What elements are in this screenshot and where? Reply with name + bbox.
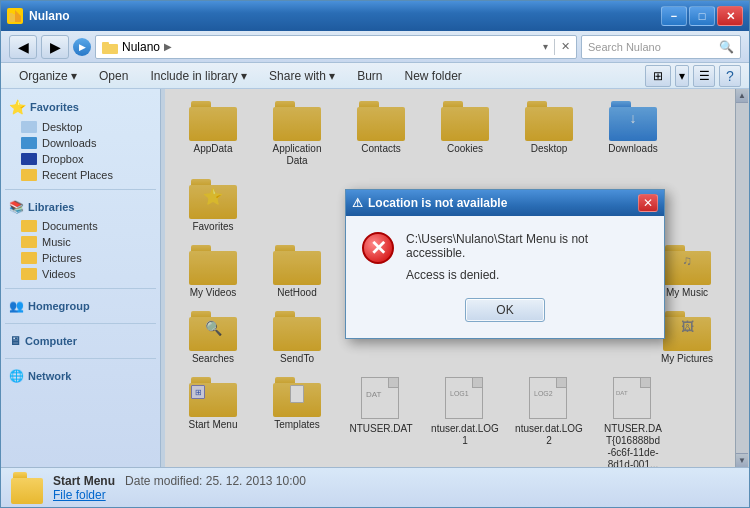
address-dropdown-icon[interactable]: ▾	[543, 41, 548, 52]
sidebar-item-documents[interactable]: Documents	[1, 218, 160, 234]
sidebar-homegroup-label: Homegroup	[28, 300, 90, 312]
sidebar-music-label: Music	[42, 236, 71, 248]
svg-marker-2	[15, 10, 21, 22]
menu-open[interactable]: Open	[89, 67, 138, 85]
dialog-title-area: ⚠ Location is not available	[352, 196, 507, 210]
recent-places-icon	[21, 169, 37, 181]
sidebar-item-recent-places[interactable]: Recent Places	[1, 167, 160, 183]
documents-icon	[21, 220, 37, 232]
sidebar-network-label: Network	[28, 370, 71, 382]
folder-icon	[102, 40, 118, 54]
pictures-icon	[21, 252, 37, 264]
help-button[interactable]: ?	[719, 65, 741, 87]
title-bar: Nulano − □ ✕	[1, 1, 749, 31]
sidebar-desktop-label: Desktop	[42, 121, 82, 133]
music-icon	[21, 236, 37, 248]
forward-button[interactable]: ▶	[41, 35, 69, 59]
view-button[interactable]: ⊞	[645, 65, 671, 87]
address-bar-sep	[554, 39, 555, 55]
dialog-text: C:\Users\Nulano\Start Menu is not access…	[406, 232, 648, 282]
search-bar[interactable]: Search Nulano 🔍	[581, 35, 741, 59]
dialog-titlebar: ⚠ Location is not available ✕	[346, 190, 664, 216]
address-arrow: ▶	[164, 41, 172, 52]
sidebar-item-videos[interactable]: Videos	[1, 266, 160, 282]
libraries-icon: 📚	[9, 200, 24, 214]
status-folder-icon	[11, 472, 43, 504]
dialog-title-text: Location is not available	[368, 196, 507, 210]
sidebar-computer-label: Computer	[25, 335, 77, 347]
status-bar: Start Menu Date modified: 25. 12. 2013 1…	[1, 467, 749, 507]
menu-share-with[interactable]: Share with ▾	[259, 67, 345, 85]
status-item-name: Start Menu Date modified: 25. 12. 2013 1…	[53, 474, 306, 488]
view-dropdown[interactable]: ▾	[675, 65, 689, 87]
homegroup-icon: 👥	[9, 299, 24, 313]
dialog-message-path: C:\Users\Nulano\Start Menu is not access…	[406, 232, 648, 260]
dialog-body: ✕ C:\Users\Nulano\Start Menu is not acce…	[346, 216, 664, 338]
dialog-ok-button[interactable]: OK	[465, 298, 545, 322]
address-text: Nulano	[122, 40, 160, 54]
sidebar-item-pictures[interactable]: Pictures	[1, 250, 160, 266]
error-dialog: ⚠ Location is not available ✕ ✕ C:\Users…	[345, 189, 665, 339]
address-bar[interactable]: Nulano ▶ ▾ ✕	[95, 35, 577, 59]
sidebar-item-music[interactable]: Music	[1, 234, 160, 250]
maximize-button[interactable]: □	[689, 6, 715, 26]
sidebar-divider-4	[5, 358, 156, 359]
downloads-folder-icon	[21, 137, 37, 149]
menu-organize[interactable]: Organize ▾	[9, 67, 87, 85]
sidebar-documents-label: Documents	[42, 220, 98, 232]
sidebar-libraries-header[interactable]: 📚 Libraries	[1, 196, 160, 218]
details-button[interactable]: ☰	[693, 65, 715, 87]
window-icon	[7, 8, 23, 24]
dropbox-icon	[21, 153, 37, 165]
status-detail-date: Date modified: 25. 12. 2013 10:00	[125, 474, 306, 488]
navigation-toolbar: ◀ ▶ ▶ Nulano ▶ ▾ ✕ Search Nulano 🔍	[1, 31, 749, 63]
sidebar-videos-label: Videos	[42, 268, 75, 280]
minimize-button[interactable]: −	[661, 6, 687, 26]
back-button[interactable]: ◀	[9, 35, 37, 59]
window-title: Nulano	[29, 9, 70, 23]
desktop-icon	[21, 121, 37, 133]
status-type-link[interactable]: File folder	[53, 488, 306, 502]
recent-locations-button[interactable]: ▶	[73, 38, 91, 56]
sidebar-divider-2	[5, 288, 156, 289]
favorites-star-icon: ⭐	[9, 99, 26, 115]
videos-icon	[21, 268, 37, 280]
network-icon: 🌐	[9, 369, 24, 383]
sidebar-item-dropbox[interactable]: Dropbox	[1, 151, 160, 167]
menu-new-folder[interactable]: New folder	[395, 67, 472, 85]
computer-icon: 🖥	[9, 334, 21, 348]
explorer-window: Nulano − □ ✕ ◀ ▶ ▶ Nulano ▶ ▾ ✕ Search N…	[0, 0, 750, 508]
sidebar-computer-header[interactable]: 🖥 Computer	[1, 330, 160, 352]
title-bar-left: Nulano	[7, 8, 70, 24]
sidebar-homegroup-header[interactable]: 👥 Homegroup	[1, 295, 160, 317]
svg-rect-4	[102, 42, 109, 46]
menubar: Organize ▾ Open Include in library ▾ Sha…	[1, 63, 749, 89]
sidebar-item-desktop[interactable]: Desktop	[1, 119, 160, 135]
error-circle-icon: ✕	[362, 232, 394, 264]
sidebar-recent-places-label: Recent Places	[42, 169, 113, 181]
sidebar-network-header[interactable]: 🌐 Network	[1, 365, 160, 387]
sidebar-divider-1	[5, 189, 156, 190]
svg-rect-1	[9, 13, 13, 16]
sidebar-dropbox-label: Dropbox	[42, 153, 84, 165]
sidebar: ⭐ Favorites Desktop Downloads Dropbox Re…	[1, 89, 161, 467]
sidebar-libraries-label: Libraries	[28, 201, 74, 213]
search-icon[interactable]: 🔍	[719, 40, 734, 54]
dialog-content: ✕ C:\Users\Nulano\Start Menu is not acce…	[362, 232, 648, 282]
dialog-close-button[interactable]: ✕	[638, 194, 658, 212]
status-name-text: Start Menu	[53, 474, 115, 488]
close-button[interactable]: ✕	[717, 6, 743, 26]
dialog-overlay: ⚠ Location is not available ✕ ✕ C:\Users…	[165, 89, 749, 467]
sidebar-item-downloads[interactable]: Downloads	[1, 135, 160, 151]
main-area: ⭐ Favorites Desktop Downloads Dropbox Re…	[1, 89, 749, 467]
title-bar-buttons: − □ ✕	[661, 6, 743, 26]
menu-include-library[interactable]: Include in library ▾	[140, 67, 257, 85]
address-close-icon[interactable]: ✕	[561, 40, 570, 53]
sidebar-favorites-label: Favorites	[30, 101, 79, 113]
sidebar-favorites-header[interactable]: ⭐ Favorites	[1, 95, 160, 119]
menu-burn[interactable]: Burn	[347, 67, 392, 85]
sidebar-divider-3	[5, 323, 156, 324]
dialog-message-deny: Access is denied.	[406, 268, 648, 282]
dialog-warning-icon: ⚠	[352, 196, 363, 210]
sidebar-pictures-label: Pictures	[42, 252, 82, 264]
